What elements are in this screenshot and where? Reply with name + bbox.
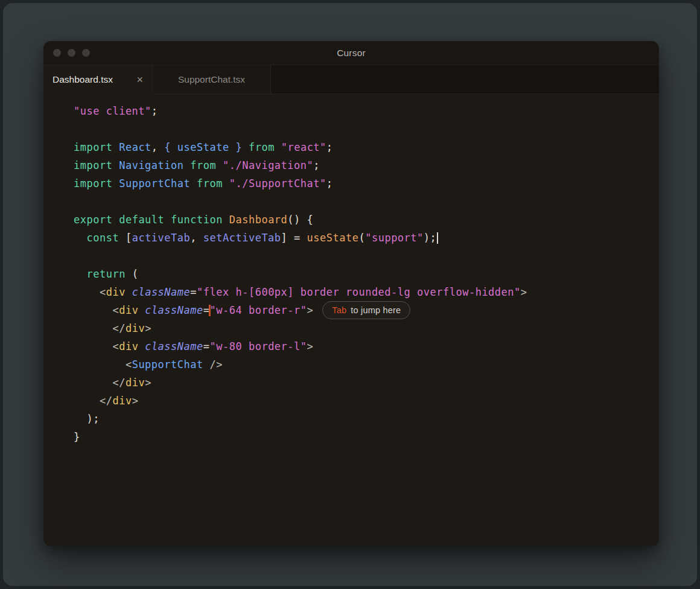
code-token: React [119,141,151,153]
code-token [112,177,119,189]
code-token: < [100,286,106,298]
code-token: "flex h-[600px] border rounded-lg overfl… [197,286,521,298]
code-token: "w-64 border-r" [210,304,307,316]
code-token: "./SupportChat" [229,177,326,189]
code-line: import SupportChat from "./SupportChat"; [74,174,659,193]
code-token: </ [112,322,125,334]
code-token: div [112,395,132,407]
code-token: className [132,286,191,298]
code-token [190,177,197,189]
code-token: [ [119,232,132,244]
code-token: useState [177,141,229,153]
code-line: const [activeTab, setActiveTab] = useSta… [74,229,659,247]
code-token [74,286,100,298]
code-token: , [151,141,164,153]
code-token: </ [112,377,125,389]
code-token: from [190,159,216,171]
code-line: <div className="w-64 border-r">Tabto jum… [74,301,659,319]
code-token: default [119,214,164,226]
tab-label: Dashboard.tsx [52,74,113,85]
code-token: import [74,141,112,153]
tab-jump-caret-icon [209,305,211,316]
code-line: import React, { useState } from "react"; [74,138,659,156]
tab-supportchat[interactable]: SupportChat.tsx [153,65,271,94]
code-token [74,413,86,425]
code-line [74,193,659,211]
code-token [74,304,112,316]
code-token: = [203,340,210,352]
tab-dashboard[interactable]: Dashboard.tsx × [43,65,153,94]
tab-key-label: Tab [332,301,346,319]
app-window: Cursor Dashboard.tsx × SupportChat.tsx "… [43,41,659,546]
code-token: "w-80 border-l" [210,340,307,352]
code-line [74,247,659,265]
code-token: = [190,286,197,298]
code-token: , [190,232,203,244]
code-token: } [235,141,242,153]
code-token: > [132,395,139,407]
code-token: ); [86,413,99,425]
code-token: className [145,340,203,352]
code-token [74,232,86,244]
code-token [203,358,210,371]
code-token: import [74,177,112,189]
code-token [74,377,112,389]
code-token [74,395,100,407]
code-editor[interactable]: "use client";import React, { useState } … [43,94,659,546]
tab-jump-hint[interactable]: Tabto jump here [322,301,410,319]
code-token: activeTab [132,232,191,244]
code-token: () { [287,214,313,226]
code-token: ] = [281,232,307,244]
code-token [275,141,281,153]
code-token: "use client" [74,105,151,117]
code-token [229,141,236,153]
code-token [74,322,112,334]
code-token: { [164,141,171,153]
code-token: < [112,304,119,316]
code-token [223,177,229,189]
tab-bar: Dashboard.tsx × SupportChat.tsx [43,65,659,94]
code-token: className [145,304,203,316]
code-token [74,358,126,371]
window-title: Cursor [43,48,659,59]
code-token [184,159,191,171]
code-token: import [74,159,112,171]
close-icon[interactable]: × [136,74,143,85]
code-token [126,286,132,298]
code-token: "./Navigation" [223,159,313,171]
code-token: "support" [365,232,424,244]
text-cursor [437,232,438,244]
code-token: ; [151,105,158,117]
code-token [164,214,171,226]
code-line: "use client"; [74,102,659,120]
code-line: ); [74,410,659,428]
code-line: </div> [74,392,659,410]
code-token: return [86,268,125,280]
code-token: /> [209,358,222,371]
code-token: </ [100,395,112,407]
code-token [223,214,229,226]
code-token [74,340,112,352]
code-token: from [249,141,275,153]
code-token: SupportChat [132,358,203,371]
code-token: from [197,177,223,189]
code-token: > [145,322,151,334]
title-bar: Cursor [43,41,659,65]
code-token: ( [126,268,138,280]
code-token: > [521,286,527,298]
code-token: Dashboard [229,214,288,226]
code-token: ( [358,232,365,244]
hint-text: to jump here [351,301,401,319]
code-token: Navigation [119,159,183,171]
code-line: </div> [74,319,659,337]
code-line: import Navigation from "./Navigation"; [74,156,659,174]
code-line: export default function Dashboard() { [74,211,659,229]
tab-bar-filler [271,65,659,94]
code-token: ); [424,232,436,244]
code-token [112,141,119,153]
code-token: div [119,340,138,352]
code-token: > [307,304,314,316]
code-token: div [126,377,145,389]
code-token [112,159,119,171]
code-token: function [171,214,223,226]
